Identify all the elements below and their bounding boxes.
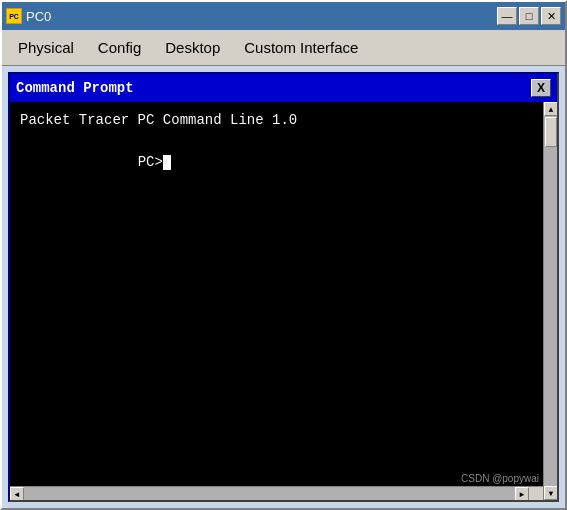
cmd-scroll-area: Packet Tracer PC Command Line 1.0 PC> CS…: [10, 102, 557, 500]
cmd-title-bar: Command Prompt X: [10, 74, 557, 102]
cmd-main: Packet Tracer PC Command Line 1.0 PC> CS…: [10, 102, 543, 500]
scroll-corner: [529, 487, 543, 500]
menu-custom-interface[interactable]: Custom Interface: [232, 33, 370, 62]
cmd-prompt: PC>: [20, 131, 533, 194]
cursor: [163, 155, 171, 170]
cmd-title-text: Command Prompt: [16, 80, 134, 96]
menu-config[interactable]: Config: [86, 33, 153, 62]
minimize-button[interactable]: —: [497, 7, 517, 25]
cmd-close-button[interactable]: X: [531, 79, 551, 97]
scroll-down-button[interactable]: ▼: [544, 486, 557, 500]
window-icon: PC: [6, 8, 22, 24]
menu-desktop[interactable]: Desktop: [153, 33, 232, 62]
main-window: PC PC0 — □ ✕ Physical Config Desktop Cus…: [0, 0, 567, 510]
cmd-body[interactable]: Packet Tracer PC Command Line 1.0 PC> CS…: [10, 102, 543, 486]
scroll-left-button[interactable]: ◄: [10, 487, 24, 500]
cmd-line1: Packet Tracer PC Command Line 1.0: [20, 110, 533, 131]
watermark: CSDN @popywai: [461, 473, 539, 484]
vertical-scrollbar: ▲ ▼: [543, 102, 557, 500]
window-title: PC0: [26, 9, 493, 24]
scroll-thumb[interactable]: [545, 117, 557, 147]
menu-physical[interactable]: Physical: [6, 33, 86, 62]
horizontal-scrollbar: ◄ ►: [10, 486, 543, 500]
menu-bar: Physical Config Desktop Custom Interface: [2, 30, 565, 66]
scroll-up-button[interactable]: ▲: [544, 102, 557, 116]
close-button[interactable]: ✕: [541, 7, 561, 25]
title-bar-buttons: — □ ✕: [497, 7, 561, 25]
title-bar: PC PC0 — □ ✕: [2, 2, 565, 30]
scroll-right-button[interactable]: ►: [515, 487, 529, 500]
content-area: Command Prompt X Packet Tracer PC Comman…: [2, 66, 565, 508]
cmd-window: Command Prompt X Packet Tracer PC Comman…: [8, 72, 559, 502]
maximize-button[interactable]: □: [519, 7, 539, 25]
h-scroll-track[interactable]: [24, 487, 515, 500]
v-scroll-track[interactable]: [544, 116, 557, 486]
